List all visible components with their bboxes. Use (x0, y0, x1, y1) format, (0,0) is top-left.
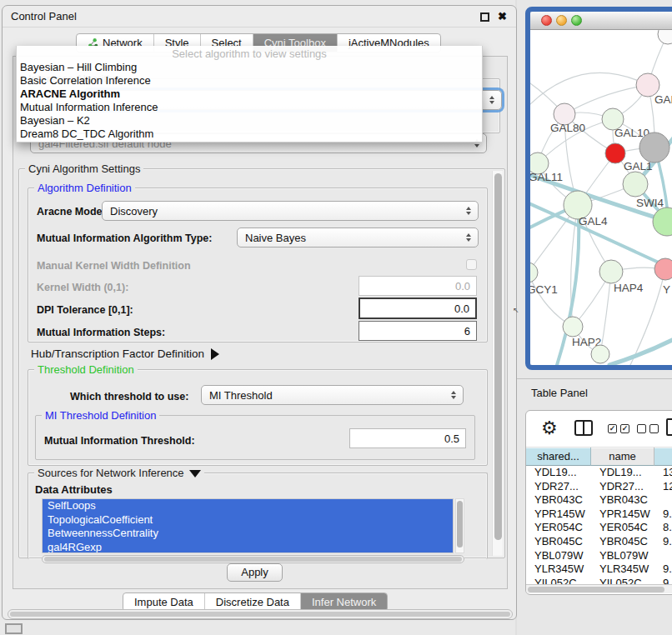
table-row[interactable]: YBR043CYBR043C (526, 493, 672, 508)
data-attribute-item[interactable]: gal4RGexp (43, 541, 453, 554)
table-row[interactable]: YBR045CYBR045C9. (526, 535, 672, 549)
network-node[interactable] (639, 132, 669, 162)
attributes-hscrollbar-thumb[interactable] (44, 557, 462, 562)
dpi-tolerance-field[interactable]: 0.0 (359, 298, 477, 319)
table-panel-header-band: Table Panel (517, 378, 672, 406)
mi-threshold-field[interactable]: 0.5 (349, 428, 466, 448)
tab-impute-data[interactable]: Impute Data (123, 593, 205, 611)
network-view-window[interactable]: GALGAL80GAL10GAL1GAL11SWI4GAL4GCY1HAP4YH… (525, 7, 672, 370)
attributes-hscrollbar-track[interactable] (42, 555, 464, 563)
settings-scrollbar-track[interactable] (492, 171, 503, 556)
attributes-scrollbar-track[interactable] (455, 498, 464, 553)
table-row[interactable]: YLR345WYLR345W9. (526, 562, 672, 577)
control-panel-window: Control Panel ✖ NetworkStyleSelectCyni T… (2, 5, 517, 620)
algorithm-option[interactable]: ARACNE Algorithm (17, 88, 482, 101)
table-toolbar: ⚙ ✓ ✓ (526, 411, 672, 448)
mi-threshold-group: MI Threshold Definition Mutual Informati… (35, 415, 475, 460)
checked-checkbox-icon[interactable]: ✓ (608, 424, 617, 433)
unchecked-checkbox-icon[interactable] (637, 424, 646, 433)
network-node-gal1[interactable] (605, 143, 625, 163)
table-row[interactable]: YER054CYER054C8. (526, 521, 672, 535)
algorithm-dropdown-popup: Select algorithm to view settings Bayesi… (16, 46, 483, 142)
data-attributes-list[interactable]: SelfLoopsTopologicalCoefficientBetweenne… (42, 498, 454, 553)
table-hscrollbar-thumb[interactable] (528, 587, 664, 592)
table-cell: YBR045C (599, 535, 654, 548)
node-label: GAL4 (579, 215, 608, 228)
table-cell: YLR345W (534, 562, 591, 575)
panel-hscrollbar-thumb[interactable] (10, 612, 510, 617)
mac-minimize-button[interactable] (556, 15, 567, 26)
network-edge (600, 272, 611, 354)
panel-hscrollbar-track[interactable] (8, 609, 513, 619)
network-node-hap2[interactable] (563, 317, 583, 337)
network-node[interactable] (591, 345, 609, 363)
table-row[interactable]: YBL079WYBL079W (526, 549, 672, 563)
apply-button[interactable]: Apply (227, 563, 283, 582)
kernel-width-field[interactable]: 0.0 (359, 276, 477, 296)
table-hscrollbar-track[interactable] (526, 584, 672, 593)
table-cell: YBR043C (534, 493, 591, 506)
document-icon[interactable] (666, 418, 672, 436)
data-attribute-item[interactable]: SelfLoops (43, 499, 453, 513)
column-header-name[interactable]: name (591, 448, 654, 466)
network-node-hap4[interactable] (599, 260, 623, 283)
tab-discretize-data[interactable]: Discretize Data (205, 593, 301, 611)
node-label: GCY1 (530, 283, 558, 296)
table-row[interactable]: YDL19...YDL19...13 (526, 466, 672, 480)
gear-icon[interactable]: ⚙ (541, 418, 558, 439)
close-panel-icon[interactable]: ✖ (497, 11, 508, 22)
which-threshold-label: Which threshold to use: (70, 391, 188, 402)
algorithm-option[interactable]: Mutual Information Inference (17, 101, 482, 114)
network-node-swi4[interactable] (623, 172, 648, 197)
cyni-algorithm-settings-group: Cyni Algorithm Settings Algorithm Defini… (18, 168, 505, 558)
network-node-gcy1[interactable] (530, 262, 538, 282)
algorithm-definition-group: Algorithm Definition Aracne Mode: Discov… (28, 188, 488, 342)
table-cell: YBL079W (599, 549, 654, 562)
table-cell: 9. (663, 562, 672, 575)
mi-type-label: Mutual Information Algorithm Type: (37, 232, 212, 244)
network-node-y[interactable] (654, 258, 672, 280)
algorithm-option[interactable]: Bayesian – Hill Climbing (17, 61, 482, 74)
which-threshold-combobox[interactable]: MI Threshold (201, 385, 464, 405)
checked-checkbox-icon[interactable]: ✓ (620, 424, 629, 433)
threshold-definition-group: Threshold Definition Which threshold to … (28, 369, 488, 466)
aracne-mode-label: Aracne Mode: (37, 206, 106, 218)
network-node[interactable] (658, 30, 672, 44)
table-row[interactable]: YDR27...YDR27...12 (526, 480, 672, 494)
column-header-shared-name[interactable]: shared... (526, 448, 591, 466)
table-cell: YDR27... (534, 480, 591, 492)
manual-kernel-checkbox[interactable] (466, 259, 477, 270)
collapsed-panel-button[interactable] (5, 623, 23, 634)
data-attribute-item[interactable]: TopologicalCoefficient (43, 513, 453, 528)
algorithm-dropdown-prompt: Select algorithm to view settings (17, 46, 482, 61)
network-node[interactable] (653, 208, 672, 236)
float-window-icon[interactable] (480, 12, 489, 22)
mac-close-button[interactable] (541, 15, 552, 26)
table-cell: 9. (663, 535, 672, 548)
collapse-arrow-icon[interactable] (189, 470, 201, 478)
data-attribute-item[interactable]: BetweennessCentrality (43, 527, 453, 541)
mac-zoom-button[interactable] (571, 15, 582, 26)
aracne-mode-combobox[interactable]: Discovery (102, 201, 479, 221)
hub-definition-expander[interactable]: Hub/Transcription Factor Definition (31, 348, 219, 360)
algorithm-option[interactable]: Dream8 DC_TDC Algorithm (17, 128, 482, 141)
table-row[interactable]: YPR145WYPR145W9. (526, 508, 672, 522)
cyni-settings-group-title: Cyni Algorithm Settings (25, 162, 143, 175)
algorithm-option[interactable]: Basic Correlation Inference (17, 74, 482, 88)
table-cell: 13 (663, 466, 672, 478)
mi-type-combobox[interactable]: Naive Bayes (237, 228, 479, 248)
attributes-scrollbar-thumb[interactable] (457, 501, 463, 548)
kernel-width-label: Kernel Width (0,1): (37, 282, 128, 293)
algorithm-option[interactable]: Bayesian – K2 (17, 114, 482, 128)
tab-infer-network[interactable]: Infer Network (301, 593, 387, 611)
network-canvas[interactable]: GALGAL80GAL10GAL1GAL11SWI4GAL4GCY1HAP4YH… (530, 30, 672, 365)
node-label: GAL11 (530, 171, 563, 183)
table-cell: YER054C (534, 521, 591, 533)
table-cell: 12 (663, 480, 672, 492)
columns-icon[interactable] (574, 420, 593, 436)
settings-scrollbar-thumb[interactable] (494, 173, 502, 540)
column-header-partial[interactable] (654, 448, 672, 466)
mi-steps-field[interactable]: 6 (359, 321, 477, 341)
unchecked-checkbox-icon[interactable] (649, 424, 659, 433)
network-edge-highlighted (530, 202, 672, 273)
